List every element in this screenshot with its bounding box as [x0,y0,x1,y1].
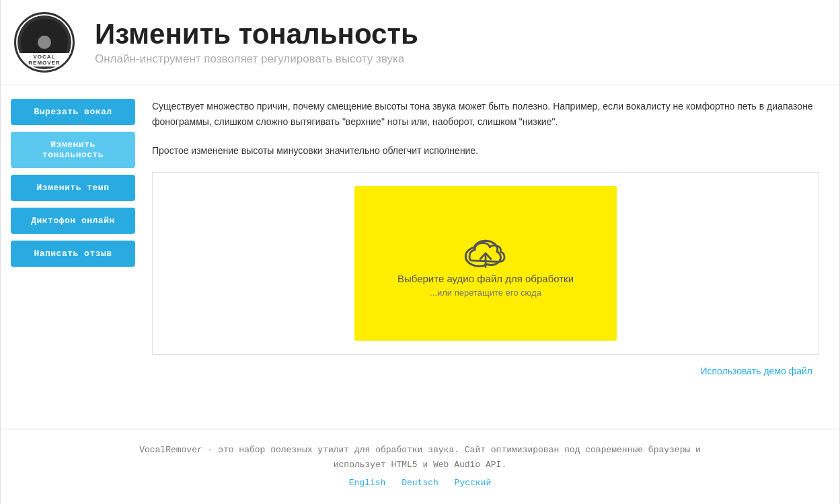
demo-link-row: Использовать демо файл [152,365,819,377]
sidebar-btn-cut-vocal[interactable]: Вырезать вокал [11,99,135,125]
content-area: Существует множество причин, почему смещ… [145,85,839,429]
footer: VocalRemover - это набор полезных утилит… [1,429,839,504]
footer-links: English Deutsch Русский [21,476,819,491]
page-subtitle: Онлайн-инструмент позволяет регулировать… [95,52,418,66]
paragraph1-text: Существует множество причин, почему смещ… [152,101,813,127]
upload-text-sub: ...или перетащите его сюда [430,288,541,298]
sidebar-btn-change-tempo[interactable]: Изменить темп [11,175,135,201]
header: VOCAL REMOVER Изменить тональность Онлай… [1,0,839,85]
description-paragraph-2: Простое изменение высоты минусовки значи… [152,143,819,159]
footer-text: VocalRemover - это набор полезных утилит… [21,443,819,472]
upload-zone-wrapper: Выберите аудио файл для обработки ...или… [152,172,819,355]
footer-link-russian[interactable]: Русский [455,478,492,488]
footer-link-deutsch[interactable]: Deutsch [402,478,438,488]
description-paragraph-1: Существует множество причин, почему смещ… [152,99,819,130]
sidebar-btn-change-key[interactable]: Изменить тональность [11,132,135,168]
logo-circle: VOCAL REMOVER [14,12,75,73]
footer-line1: VocalRemover - это набор полезных утилит… [139,445,701,455]
footer-link-english[interactable]: English [349,478,386,488]
sidebar: Вырезать вокал Изменить тональность Изме… [1,85,145,429]
sidebar-btn-write-review[interactable]: Написать отзыв [11,241,135,267]
demo-link[interactable]: Использовать демо файл [700,366,812,376]
cloud-upload-icon [459,229,512,273]
upload-text-main: Выберите аудио файл для обработки [397,273,574,284]
sidebar-btn-voice-recorder[interactable]: Диктофон онлайн [11,208,135,234]
page-title: Изменить тональность [95,19,418,50]
page-wrapper: VOCAL REMOVER Изменить тональность Онлай… [0,0,840,504]
header-titles: Изменить тональность Онлайн-инструмент п… [95,19,418,66]
logo-text: VOCAL REMOVER [16,53,73,67]
upload-zone[interactable]: Выберите аудио файл для обработки ...или… [354,186,617,341]
main-content: Вырезать вокал Изменить тональность Изме… [1,85,839,429]
logo-area: VOCAL REMOVER [14,12,75,73]
footer-line2: использует HTML5 и Web Audio API. [334,460,506,470]
